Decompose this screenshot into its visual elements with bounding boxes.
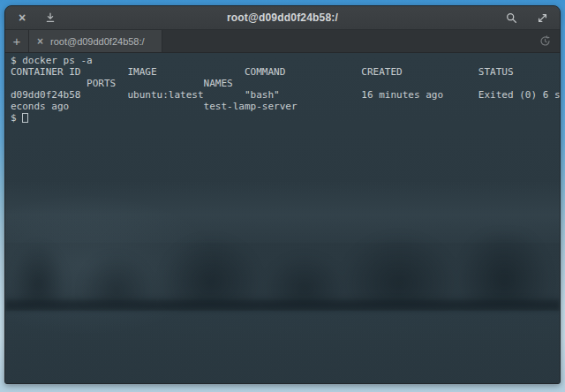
- expand-icon: [537, 12, 548, 24]
- close-icon: ×: [19, 11, 26, 24]
- terminal-line: econds ago test-lamp-server: [11, 101, 560, 112]
- terminal-output[interactable]: $ docker ps -a CONTAINER ID IMAGE COMMAN…: [5, 53, 560, 383]
- prompt-text: $: [11, 112, 22, 124]
- maximize-button[interactable]: [535, 11, 549, 25]
- terminal-cursor: [22, 113, 28, 123]
- tab-title: root@d09dd0f24b58:/: [50, 36, 145, 47]
- terminal-text: $ docker ps -a CONTAINER ID IMAGE COMMAN…: [5, 53, 560, 124]
- titlebar[interactable]: × root@d09dd0f24b58:/: [5, 6, 560, 30]
- prompt-line: $: [11, 112, 560, 124]
- terminal-line: d09dd0f24b58 ubuntu:latest "bash" 16 min…: [11, 89, 560, 101]
- window-title: root@d09dd0f24b58:/: [5, 6, 560, 29]
- search-button[interactable]: [504, 11, 518, 25]
- download-icon: [45, 12, 56, 23]
- terminal-line: CONTAINER ID IMAGE COMMAND CREATED STATU…: [11, 66, 560, 78]
- wallpaper-glow: [5, 194, 217, 335]
- download-button[interactable]: [43, 11, 57, 25]
- wallpaper-trees: [5, 232, 560, 305]
- plus-icon: +: [13, 34, 21, 49]
- history-button[interactable]: [538, 34, 552, 49]
- tab-close-icon[interactable]: ×: [37, 36, 43, 47]
- tab-bar-spacer: [162, 30, 560, 52]
- history-icon: [539, 35, 551, 47]
- wallpaper-lower: [5, 311, 560, 383]
- wallpaper-haze: [5, 181, 560, 243]
- terminal-line: PORTS NAMES: [11, 78, 560, 89]
- tab-bar: + × root@d09dd0f24b58:/: [5, 30, 560, 53]
- new-tab-button[interactable]: +: [5, 30, 29, 52]
- terminal-line: $ docker ps -a: [11, 55, 560, 66]
- close-button[interactable]: ×: [15, 11, 29, 25]
- terminal-window: × root@d09dd0f24b58:/: [4, 5, 561, 384]
- tab-terminal[interactable]: × root@d09dd0f24b58:/: [29, 30, 162, 52]
- search-icon: [506, 12, 517, 24]
- wallpaper-ground: [5, 297, 560, 311]
